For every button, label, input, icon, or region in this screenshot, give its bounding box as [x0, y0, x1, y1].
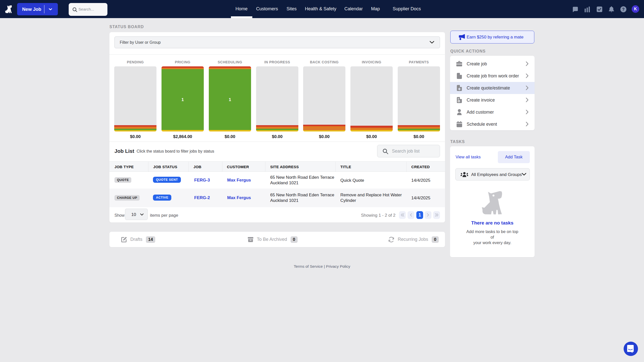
svg-text:?: ? [622, 7, 625, 12]
svg-text:$: $ [458, 100, 459, 103]
